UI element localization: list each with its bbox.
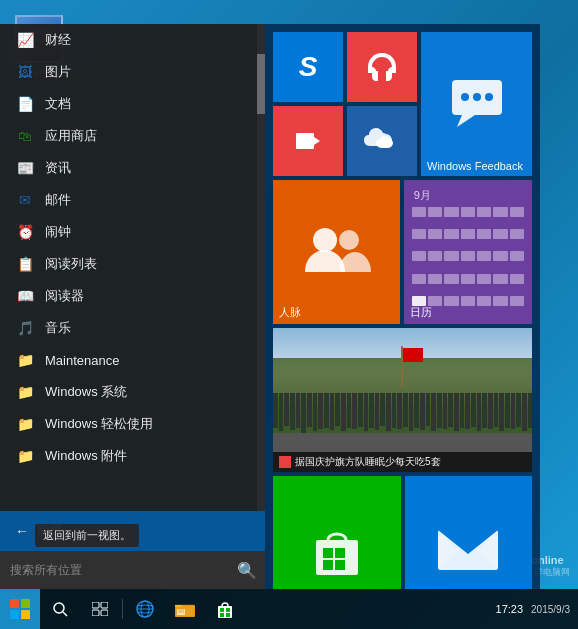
start-menu: 📈 财经 🖼 图片 📄 文档 🛍 应用商店 📰 资讯 bbox=[0, 24, 540, 589]
svg-point-9 bbox=[473, 93, 481, 101]
app-item-readlist[interactable]: 📋 阅读列表 bbox=[0, 248, 265, 280]
back-tooltip: 返回到前一视图。 bbox=[35, 524, 139, 547]
tile-mail[interactable]: 邮件 bbox=[405, 476, 533, 589]
explorer-taskbar-button[interactable] bbox=[165, 589, 205, 629]
svg-rect-24 bbox=[10, 610, 19, 619]
app-icon-picture: 🖼 bbox=[15, 62, 35, 82]
app-icon-wineasy: 📁 bbox=[15, 414, 35, 434]
tile-skype[interactable]: S bbox=[273, 32, 343, 102]
app-item-picture[interactable]: 🖼 图片 bbox=[0, 56, 265, 88]
app-item-wineasy[interactable]: 📁 Windows 轻松使用 bbox=[0, 408, 265, 440]
tile-onedrive[interactable] bbox=[347, 106, 417, 176]
explorer-icon bbox=[175, 601, 195, 617]
app-item-document[interactable]: 📄 文档 bbox=[0, 88, 265, 120]
calendar-tile-label: 日历 bbox=[410, 305, 432, 320]
tile-store[interactable]: 应用商店 bbox=[273, 476, 401, 589]
svg-point-11 bbox=[313, 228, 337, 252]
tile-people[interactable]: 人脉 bbox=[273, 180, 400, 324]
store-taskbar-icon bbox=[216, 599, 234, 619]
app-item-reader[interactable]: 📖 阅读器 bbox=[0, 280, 265, 312]
windows-logo-icon bbox=[10, 599, 30, 619]
app-icon-appstore: 🛍 bbox=[15, 126, 35, 146]
video-icon bbox=[293, 126, 323, 156]
svg-rect-41 bbox=[220, 608, 224, 612]
store-taskbar-button[interactable] bbox=[205, 589, 245, 629]
search-taskbar-button[interactable] bbox=[40, 589, 80, 629]
app-icon-caijing: 📈 bbox=[15, 30, 35, 50]
feedback-tile-label: Windows Feedback bbox=[427, 160, 523, 172]
taskbar: 17:23 2015/9/3 bbox=[0, 589, 578, 629]
search-button[interactable]: 🔍 bbox=[229, 552, 265, 588]
tile-row-3: 据国庆护旗方队睡眠少每天吃5套 bbox=[273, 328, 532, 472]
svg-rect-15 bbox=[335, 548, 345, 558]
ie-taskbar-button[interactable] bbox=[125, 589, 165, 629]
tiles-grid: S bbox=[273, 32, 532, 589]
app-icon-readlist: 📋 bbox=[15, 254, 35, 274]
tile-row-4: 应用商店 邮件 bbox=[273, 476, 532, 589]
tile-calendar[interactable]: 9月 bbox=[404, 180, 532, 324]
app-item-news[interactable]: 📰 资讯 bbox=[0, 152, 265, 184]
app-icon-mail: ✉ bbox=[15, 190, 35, 210]
mail-icon bbox=[434, 522, 502, 574]
taskbar-right-area: 17:23 2015/9/3 bbox=[496, 603, 578, 615]
app-item-alarm[interactable]: ⏰ 闹钟 bbox=[0, 216, 265, 248]
app-icon-music: 🎵 bbox=[15, 318, 35, 338]
task-view-button[interactable] bbox=[80, 589, 120, 629]
svg-rect-22 bbox=[10, 599, 19, 608]
svg-point-8 bbox=[461, 93, 469, 101]
tile-video[interactable] bbox=[273, 106, 343, 176]
svg-rect-16 bbox=[323, 560, 333, 570]
task-view-icon bbox=[92, 602, 108, 616]
app-item-appstore[interactable]: 🛍 应用商店 bbox=[0, 120, 265, 152]
app-icon-document: 📄 bbox=[15, 94, 35, 114]
svg-rect-44 bbox=[226, 613, 230, 617]
app-item-music[interactable]: 🎵 音乐 bbox=[0, 312, 265, 344]
svg-rect-14 bbox=[323, 548, 333, 558]
start-button[interactable] bbox=[0, 589, 40, 629]
svg-marker-7 bbox=[457, 115, 475, 127]
app-item-mail[interactable]: ✉ 邮件 bbox=[0, 184, 265, 216]
ie-icon bbox=[135, 599, 155, 619]
svg-rect-25 bbox=[21, 610, 30, 619]
app-icon-maintenance: 📁 bbox=[15, 350, 35, 370]
app-item-winsystem[interactable]: 📁 Windows 系统 bbox=[0, 376, 265, 408]
tile-headphone[interactable] bbox=[347, 32, 417, 102]
svg-rect-28 bbox=[92, 602, 99, 608]
tile-news[interactable]: 据国庆护旗方队睡眠少每天吃5套 bbox=[273, 328, 532, 472]
svg-rect-29 bbox=[101, 602, 108, 608]
app-icon-news: 📰 bbox=[15, 158, 35, 178]
app-icon-winacc: 📁 bbox=[15, 446, 35, 466]
svg-point-26 bbox=[54, 603, 64, 613]
start-menu-tiles: S bbox=[265, 24, 540, 589]
svg-rect-17 bbox=[335, 560, 345, 570]
news-bar: 据国庆护旗方队睡眠少每天吃5套 bbox=[273, 452, 532, 472]
tile-row-1: S bbox=[273, 32, 532, 176]
app-icon-reader: 📖 bbox=[15, 286, 35, 306]
desktop: 控制面板 📈 财经 🖼 图片 📄 文档 bbox=[0, 0, 578, 629]
app-item-caijing[interactable]: 📈 财经 bbox=[0, 24, 265, 56]
search-input[interactable] bbox=[0, 551, 229, 589]
svg-point-12 bbox=[339, 230, 359, 250]
back-arrow-icon: ← bbox=[15, 523, 29, 539]
headphone-icon bbox=[364, 49, 400, 85]
tile-feedback[interactable]: Windows Feedback bbox=[421, 32, 532, 176]
search-box: 🔍 bbox=[0, 551, 265, 589]
svg-rect-42 bbox=[226, 608, 230, 612]
search-taskbar-icon bbox=[52, 601, 68, 617]
taskbar-time: 17:23 bbox=[496, 603, 524, 615]
app-list: 📈 财经 🖼 图片 📄 文档 🛍 应用商店 📰 资讯 bbox=[0, 24, 265, 511]
svg-rect-30 bbox=[92, 610, 99, 616]
svg-line-27 bbox=[63, 612, 67, 616]
app-item-winacc[interactable]: 📁 Windows 附件 bbox=[0, 440, 265, 472]
news-photo bbox=[273, 328, 532, 433]
news-icon bbox=[279, 456, 291, 468]
svg-rect-43 bbox=[220, 613, 224, 617]
svg-rect-31 bbox=[101, 610, 108, 616]
people-tile-label: 人脉 bbox=[279, 305, 301, 320]
svg-marker-5 bbox=[314, 137, 320, 145]
taskbar-date: 2015/9/3 bbox=[531, 604, 570, 615]
app-item-maintenance[interactable]: 📁 Maintenance bbox=[0, 344, 265, 376]
start-menu-left: 📈 财经 🖼 图片 📄 文档 🛍 应用商店 📰 资讯 bbox=[0, 24, 265, 589]
store-icon bbox=[308, 518, 366, 578]
tile-row-2: 人脉 9月 bbox=[273, 180, 532, 324]
